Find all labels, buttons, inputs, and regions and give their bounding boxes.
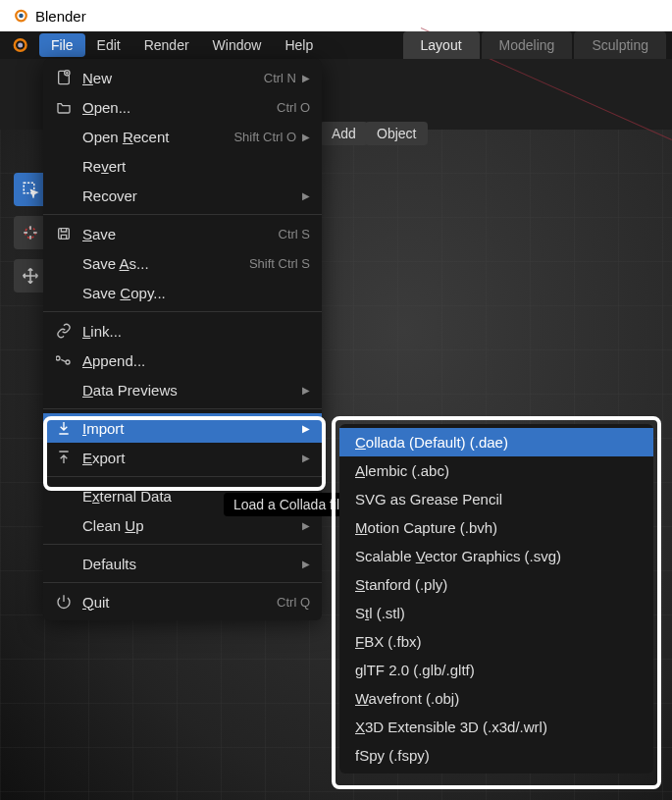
submenu-arrow-icon: ▶ xyxy=(302,73,310,83)
import-collada[interactable]: Collada (Default) (.dae) xyxy=(339,428,653,456)
blender-icon[interactable] xyxy=(8,34,29,56)
menu-separator xyxy=(43,476,322,477)
menu-render[interactable]: Render xyxy=(132,33,201,57)
import-svg-grease[interactable]: SVG as Grease Pencil xyxy=(339,485,653,513)
blank-icon xyxy=(53,516,75,534)
import-x3d[interactable]: X3D Extensible 3D (.x3d/.wrl) xyxy=(339,713,653,741)
import-label: Import xyxy=(82,420,296,437)
header-add-menu[interactable]: Add xyxy=(320,122,368,145)
menu-window[interactable]: Window xyxy=(201,33,274,57)
power-icon xyxy=(53,593,75,611)
link-icon xyxy=(53,322,75,340)
import-icon xyxy=(53,419,75,437)
top-menubar: File Edit Render Window Help Layout Mode… xyxy=(0,31,672,59)
svg-point-1 xyxy=(19,14,24,19)
menu-item-export[interactable]: Export ▶ xyxy=(43,443,322,472)
append-label: Append... xyxy=(82,352,310,369)
file-dropdown: New Ctrl N ▶ Open... Ctrl O Open Recent … xyxy=(43,59,322,620)
menu-item-append[interactable]: Append... xyxy=(43,346,322,375)
menu-separator xyxy=(43,544,322,545)
menu-separator xyxy=(43,214,322,215)
folder-open-icon xyxy=(53,98,75,116)
save-shortcut: Ctrl S xyxy=(279,227,311,241)
save-as-shortcut: Shift Ctrl S xyxy=(249,256,310,271)
open-recent-shortcut: Shift Ctrl O xyxy=(233,130,296,144)
tool-move[interactable] xyxy=(14,259,47,293)
menu-item-save-copy[interactable]: Save Copy... xyxy=(43,278,322,307)
new-file-icon xyxy=(53,69,75,86)
new-label: New xyxy=(82,70,256,86)
menu-item-quit[interactable]: Quit Ctrl Q xyxy=(43,587,322,616)
save-label: Save xyxy=(82,226,271,242)
export-label: Export xyxy=(82,450,296,466)
tab-layout[interactable]: Layout xyxy=(403,31,480,59)
tool-cursor[interactable] xyxy=(14,216,47,249)
blank-icon xyxy=(53,187,75,204)
quit-label: Quit xyxy=(82,594,269,611)
recover-label: Recover xyxy=(82,187,296,204)
menu-item-save-as[interactable]: Save As... Shift Ctrl S xyxy=(43,248,322,278)
cleanup-label: Clean Up xyxy=(82,517,296,534)
submenu-arrow-icon: ▶ xyxy=(302,559,310,569)
import-fbx[interactable]: FBX (.fbx) xyxy=(339,627,653,656)
blank-icon xyxy=(53,128,75,145)
blank-icon xyxy=(53,254,75,272)
open-label: Open... xyxy=(82,99,269,116)
menu-item-open-recent[interactable]: Open Recent Shift Ctrl O ▶ xyxy=(43,122,322,151)
menu-item-open[interactable]: Open... Ctrl O xyxy=(43,92,322,122)
open-recent-label: Open Recent xyxy=(82,129,226,145)
open-shortcut: Ctrl O xyxy=(277,100,310,115)
blender-logo-icon xyxy=(10,6,29,26)
window-title: Blender xyxy=(35,8,86,25)
blank-icon xyxy=(53,555,75,572)
save-icon xyxy=(53,225,75,242)
blank-icon xyxy=(53,157,75,175)
import-gltf[interactable]: glTF 2.0 (.glb/.gltf) xyxy=(339,656,653,684)
menu-item-recover[interactable]: Recover ▶ xyxy=(43,181,322,210)
menu-separator xyxy=(43,408,322,409)
export-icon xyxy=(53,449,75,466)
submenu-arrow-icon: ▶ xyxy=(302,423,310,434)
submenu-arrow-icon: ▶ xyxy=(302,453,310,463)
link-label: Link... xyxy=(82,323,310,340)
data-previews-label: Data Previews xyxy=(82,382,296,399)
menu-item-data-previews[interactable]: Data Previews ▶ xyxy=(43,375,322,404)
workspace-tabs: Layout Modeling Sculpting xyxy=(401,31,666,59)
submenu-arrow-icon: ▶ xyxy=(302,132,310,142)
menu-help[interactable]: Help xyxy=(273,33,325,57)
import-alembic[interactable]: Alembic (.abc) xyxy=(339,456,653,485)
import-submenu: Collada (Default) (.dae) Alembic (.abc) … xyxy=(339,424,653,773)
menu-separator xyxy=(43,582,322,583)
svg-rect-7 xyxy=(59,229,70,240)
left-toolbar xyxy=(14,173,47,293)
menu-item-import[interactable]: Import ▶ xyxy=(43,413,322,443)
defaults-label: Defaults xyxy=(82,556,296,572)
save-as-label: Save As... xyxy=(82,255,241,272)
menu-file[interactable]: File xyxy=(39,33,85,57)
tab-modeling[interactable]: Modeling xyxy=(482,31,573,59)
quit-shortcut: Ctrl Q xyxy=(277,595,310,610)
revert-label: Revert xyxy=(82,158,310,175)
import-fspy[interactable]: fSpy (.fspy) xyxy=(339,741,653,770)
blank-icon xyxy=(53,284,75,301)
import-stl[interactable]: Stl (.stl) xyxy=(339,599,653,627)
menu-edit[interactable]: Edit xyxy=(85,33,132,57)
menu-item-new[interactable]: New Ctrl N ▶ xyxy=(43,63,322,92)
save-copy-label: Save Copy... xyxy=(82,285,310,301)
menu-separator xyxy=(43,311,322,312)
import-motion-capture[interactable]: Motion Capture (.bvh) xyxy=(339,513,653,542)
import-stanford[interactable]: Stanford (.ply) xyxy=(339,570,653,599)
menu-item-revert[interactable]: Revert xyxy=(43,151,322,181)
svg-point-3 xyxy=(18,43,23,48)
menu-item-link[interactable]: Link... xyxy=(43,316,322,346)
header-object-menu[interactable]: Object xyxy=(365,122,428,145)
tab-sculpting[interactable]: Sculpting xyxy=(574,31,666,59)
menu-item-save[interactable]: Save Ctrl S xyxy=(43,219,322,248)
blank-icon xyxy=(53,487,75,505)
menu-item-defaults[interactable]: Defaults ▶ xyxy=(43,549,322,578)
submenu-arrow-icon: ▶ xyxy=(302,520,310,531)
import-svg[interactable]: Scalable Vector Graphics (.svg) xyxy=(339,542,653,570)
import-wavefront[interactable]: Wavefront (.obj) xyxy=(339,684,653,713)
append-icon xyxy=(53,351,75,369)
tool-select-box[interactable] xyxy=(14,173,47,206)
